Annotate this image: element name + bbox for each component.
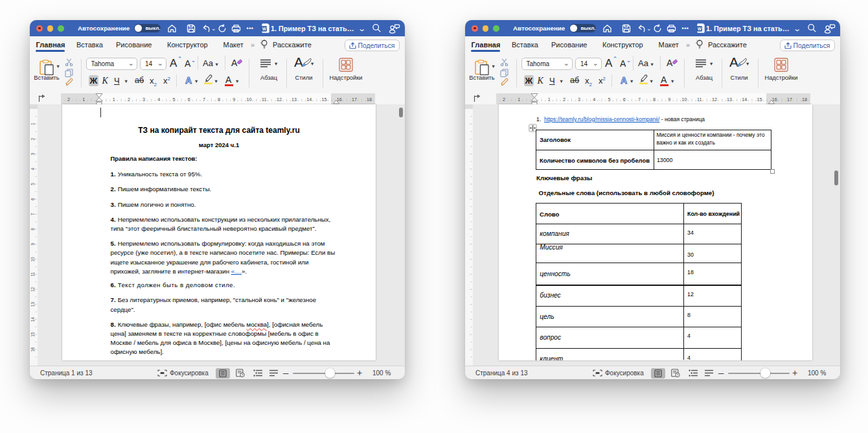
svg-text:8: 8 <box>30 228 35 230</box>
svg-text:9: 9 <box>30 242 35 245</box>
svg-text:15: 15 <box>757 96 762 102</box>
svg-text:A: A <box>185 75 192 85</box>
svg-text:10: 10 <box>247 96 252 102</box>
svg-text:11: 11 <box>262 96 266 102</box>
svg-text:15: 15 <box>322 96 327 102</box>
svg-text:1: 1 <box>30 123 35 125</box>
svg-text:A: A <box>621 75 627 85</box>
svg-text:12: 12 <box>277 96 282 102</box>
svg-text:14: 14 <box>742 96 747 102</box>
svg-text:2: 2 <box>128 96 130 102</box>
svg-text:5: 5 <box>30 182 35 185</box>
svg-text:14: 14 <box>306 96 312 102</box>
svg-text:7: 7 <box>638 96 641 102</box>
svg-text:2: 2 <box>563 96 565 102</box>
svg-text:10: 10 <box>682 96 687 102</box>
svg-text:1: 1 <box>548 96 551 102</box>
svg-text:7: 7 <box>30 213 35 215</box>
svg-text:10: 10 <box>30 257 35 262</box>
svg-text:16: 16 <box>30 347 35 352</box>
svg-text:3: 3 <box>30 152 35 155</box>
svg-text:6: 6 <box>30 198 35 200</box>
svg-text:13: 13 <box>291 96 297 102</box>
svg-text:2: 2 <box>503 96 505 102</box>
svg-text:3: 3 <box>143 96 145 102</box>
svg-text:4: 4 <box>157 96 160 102</box>
svg-text:11: 11 <box>30 272 35 276</box>
svg-text:13: 13 <box>30 301 35 307</box>
svg-text:13: 13 <box>727 96 732 102</box>
svg-text:12: 12 <box>712 96 717 102</box>
svg-text:2: 2 <box>67 96 70 102</box>
svg-text:9: 9 <box>668 96 670 102</box>
svg-text:11: 11 <box>697 96 702 102</box>
svg-text:15: 15 <box>30 332 35 337</box>
svg-text:17: 17 <box>787 96 792 102</box>
svg-text:5: 5 <box>173 96 176 102</box>
svg-text:6: 6 <box>623 96 626 102</box>
svg-text:3: 3 <box>578 96 580 102</box>
svg-text:14: 14 <box>30 316 35 322</box>
svg-text:8: 8 <box>653 96 656 102</box>
svg-text:5: 5 <box>608 96 611 102</box>
svg-text:9: 9 <box>233 96 235 102</box>
svg-text:1: 1 <box>518 96 520 102</box>
svg-text:12: 12 <box>30 287 35 292</box>
svg-text:18: 18 <box>802 96 807 102</box>
svg-text:1: 1 <box>82 96 85 102</box>
svg-text:4: 4 <box>30 167 35 170</box>
svg-text:8: 8 <box>218 96 220 102</box>
svg-text:7: 7 <box>203 96 205 102</box>
svg-text:17: 17 <box>352 96 357 102</box>
svg-text:4: 4 <box>593 96 595 102</box>
svg-text:2: 2 <box>30 137 35 140</box>
svg-text:1: 1 <box>113 96 115 102</box>
svg-text:6: 6 <box>188 96 190 102</box>
svg-text:18: 18 <box>367 96 372 102</box>
